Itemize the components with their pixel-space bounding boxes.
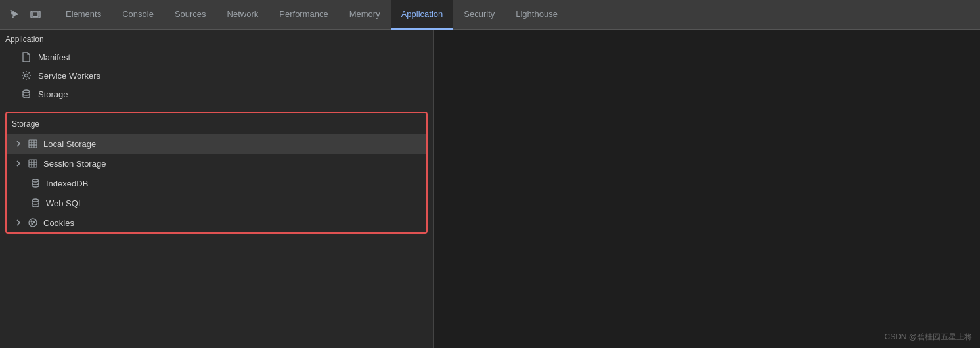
tab-icon-group xyxy=(5,5,55,24)
chevron-right-icon-cookies xyxy=(14,219,22,227)
cookies-label: Cookies xyxy=(43,218,74,228)
tab-sources[interactable]: Sources xyxy=(164,0,217,30)
device-toggle-icon[interactable] xyxy=(26,5,45,24)
storage-icon-top xyxy=(21,89,32,99)
gear-icon xyxy=(21,70,32,81)
svg-point-18 xyxy=(33,221,35,223)
watermark: CSDN @碧桂园五星上将 xyxy=(884,332,972,343)
application-section-title: Application xyxy=(0,30,433,48)
sidebar-item-service-workers[interactable]: Service Workers xyxy=(0,66,433,85)
sidebar-item-web-sql[interactable]: Web SQL xyxy=(7,193,426,213)
storage-top-label: Storage xyxy=(38,89,68,99)
tab-performance[interactable]: Performance xyxy=(269,0,338,30)
tab-application[interactable]: Application xyxy=(391,0,454,30)
tab-security[interactable]: Security xyxy=(453,0,505,30)
tab-lighthouse[interactable]: Lighthouse xyxy=(505,0,568,30)
storage-group-title: Storage xyxy=(7,113,426,134)
svg-point-19 xyxy=(32,223,33,225)
sidebar-item-cookies[interactable]: Cookies xyxy=(7,213,426,232)
tab-bar: Elements Console Sources Network Perform… xyxy=(0,0,980,30)
sidebar-item-local-storage[interactable]: Local Storage xyxy=(7,134,426,154)
sidebar-item-indexeddb[interactable]: IndexedDB xyxy=(7,173,426,193)
session-storage-label: Session Storage xyxy=(43,159,106,169)
sidebar-item-storage-top[interactable]: Storage xyxy=(0,85,433,103)
svg-point-2 xyxy=(25,74,28,77)
svg-point-17 xyxy=(31,221,32,222)
service-workers-label: Service Workers xyxy=(38,71,100,81)
svg-point-14 xyxy=(32,179,39,182)
main-layout: Application Manifest Service Workers xyxy=(0,30,980,348)
grid-icon-session xyxy=(28,158,38,169)
cursor-icon[interactable] xyxy=(5,5,24,24)
local-storage-label: Local Storage xyxy=(43,139,96,149)
manifest-label: Manifest xyxy=(38,53,70,62)
tab-memory[interactable]: Memory xyxy=(339,0,391,30)
svg-rect-4 xyxy=(29,140,37,148)
indexeddb-label: IndexedDB xyxy=(46,179,88,188)
web-sql-label: Web SQL xyxy=(46,198,83,208)
file-icon xyxy=(21,52,32,62)
svg-point-3 xyxy=(23,90,30,93)
tab-console[interactable]: Console xyxy=(112,0,164,30)
db-icon-websql xyxy=(30,198,41,208)
right-panel xyxy=(434,30,980,348)
sidebar-item-session-storage[interactable]: Session Storage xyxy=(7,154,426,173)
svg-point-16 xyxy=(29,219,37,227)
svg-point-15 xyxy=(32,199,39,202)
tab-network[interactable]: Network xyxy=(217,0,269,30)
sidebar: Application Manifest Service Workers xyxy=(0,30,434,348)
tab-elements[interactable]: Elements xyxy=(55,0,112,30)
svg-rect-1 xyxy=(33,12,38,17)
grid-icon-local xyxy=(28,139,38,149)
chevron-right-icon-session xyxy=(14,160,22,167)
chevron-right-icon xyxy=(14,140,22,148)
svg-rect-9 xyxy=(29,160,37,167)
sidebar-item-manifest[interactable]: Manifest xyxy=(0,48,433,66)
divider-1 xyxy=(0,106,433,106)
db-icon-indexed xyxy=(30,178,41,188)
cookie-icon xyxy=(28,217,38,228)
storage-section-highlighted: Storage Local Stora xyxy=(5,112,428,234)
